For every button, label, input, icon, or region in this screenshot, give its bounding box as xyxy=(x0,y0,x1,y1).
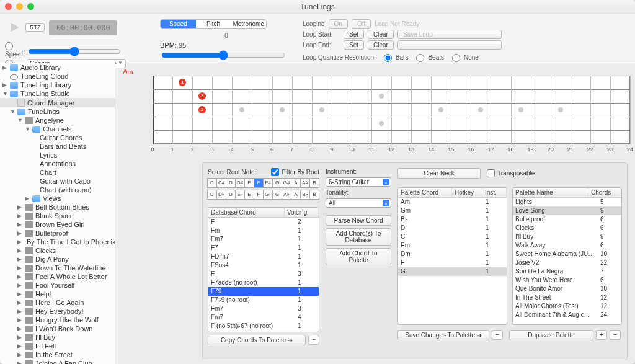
database-chord-table[interactable]: Database ChordVoicing F2Fm1Fm71F71FDim71… xyxy=(208,207,319,332)
loop-start-set[interactable]: Set xyxy=(344,30,364,39)
pn-add[interactable]: + xyxy=(596,330,607,340)
table-row[interactable]: F (no 5th)♭67 (no root)1 xyxy=(208,322,319,331)
sidebar-item[interactable]: ▶Views xyxy=(0,194,115,203)
speed-radio[interactable]: Speed xyxy=(5,42,23,59)
table-row[interactable]: Que Bonito Amor10 xyxy=(513,285,621,293)
sidebar-item[interactable]: Chart (with capo) xyxy=(0,185,115,194)
root-note-cell[interactable]: F# xyxy=(263,178,273,188)
root-note-cell[interactable]: C xyxy=(207,190,217,200)
table-row[interactable]: F71 xyxy=(208,244,319,252)
root-note-grid-sharp[interactable]: CC#DD#EFF#GG#AA#B xyxy=(208,179,319,188)
mode-segmented[interactable]: Speed Pitch Metronome xyxy=(160,19,267,29)
table-row[interactable]: F7♭9 (no root)1 xyxy=(208,296,319,304)
root-note-cell[interactable]: F xyxy=(254,178,264,188)
table-row[interactable]: All Dominant 7th & Aug c…24 xyxy=(513,311,621,319)
res-beats[interactable]: Beats xyxy=(413,52,444,62)
speed-slider[interactable] xyxy=(28,47,121,56)
pn-remove[interactable]: − xyxy=(610,330,621,340)
filter-by-root-check[interactable]: Filter By Root xyxy=(271,168,319,176)
table-row[interactable]: F7add9 (no root)1 xyxy=(208,278,319,287)
close-icon[interactable] xyxy=(5,3,12,10)
db-remove[interactable]: − xyxy=(308,335,319,345)
instrument-select[interactable]: 6-String Guitar⌄ xyxy=(326,177,391,187)
root-note-grid-flat[interactable]: CD♭DE♭EFG♭GA♭AB♭B xyxy=(208,190,319,200)
table-row[interactable]: Em1 xyxy=(398,241,507,250)
pal-remove[interactable]: − xyxy=(492,330,503,340)
copy-chords-button[interactable]: Copy Chords To Palette ➜ xyxy=(208,335,306,345)
table-row[interactable]: I'll Buy9 xyxy=(513,233,621,241)
sidebar-item[interactable]: ▶Dig A Pony xyxy=(0,255,115,264)
sidebar-item[interactable]: ▶Feel A Whole Lot Better xyxy=(0,272,115,281)
root-note-cell[interactable]: A♭ xyxy=(282,190,291,200)
loop-end-clear[interactable]: Clear xyxy=(368,40,394,50)
table-row[interactable]: G1 xyxy=(398,267,507,276)
sidebar-item[interactable]: ▶Help! xyxy=(0,290,115,298)
root-note-cell[interactable]: B♭ xyxy=(300,190,310,200)
loop-start-clear[interactable]: Clear xyxy=(368,30,394,39)
palette-name-table[interactable]: Palette NameChords Lights5Love Song9Bull… xyxy=(512,187,622,325)
sidebar-item[interactable]: ▶Here I Go Again xyxy=(0,298,115,307)
sidebar-item[interactable]: ▶Bulletproof xyxy=(0,229,115,237)
table-row[interactable]: Fm73 xyxy=(208,304,319,313)
table-row[interactable]: Son De La Negra7 xyxy=(513,267,621,276)
table-row[interactable]: Fm74 xyxy=(208,313,319,322)
table-row[interactable]: Gm1 xyxy=(398,206,507,215)
root-note-cell[interactable]: C xyxy=(207,178,217,188)
sidebar-item[interactable]: ▶Down To The Waterline xyxy=(0,264,115,272)
clear-neck-button[interactable]: Clear Neck xyxy=(397,168,481,179)
table-row[interactable]: FM7 (no root)1 xyxy=(208,331,319,332)
fret-finger[interactable]: 3 xyxy=(198,92,206,100)
sidebar-item[interactable]: ▶Fool Yourself xyxy=(0,281,115,290)
root-note-cell[interactable]: B xyxy=(309,178,319,188)
table-row[interactable]: Sweet Home Alabama (JU…10 xyxy=(513,250,621,259)
root-note-cell[interactable]: D xyxy=(226,190,236,200)
play-button[interactable] xyxy=(7,20,21,34)
table-row[interactable]: FSus41 xyxy=(208,261,319,270)
root-note-cell[interactable]: B xyxy=(309,190,319,200)
sidebar-item[interactable]: ▶Joining A Fan Club xyxy=(0,359,115,364)
sidebar-item[interactable]: Bars and Beats xyxy=(0,142,115,151)
sidebar-item[interactable]: ▶In the Street xyxy=(0,350,115,359)
table-row[interactable]: Am1 xyxy=(398,198,507,206)
sidebar-item[interactable]: ▶I Won't Back Down xyxy=(0,324,115,333)
table-row[interactable]: Josie V222 xyxy=(513,259,621,267)
loop-range[interactable] xyxy=(397,40,502,50)
table-row[interactable]: Bulletproof6 xyxy=(513,215,621,224)
loop-end-set[interactable]: Set xyxy=(344,40,364,50)
save-loop-button[interactable]: Save Loop xyxy=(397,30,502,39)
sidebar-item[interactable]: ▶Bell Bottom Blues xyxy=(0,203,115,211)
sidebar-item[interactable]: TuneLing Cloud xyxy=(0,72,115,81)
sidebar-item[interactable]: ▶Clocks xyxy=(0,246,115,255)
sidebar-item[interactable]: ▶I'll Buy xyxy=(0,333,115,342)
root-note-cell[interactable]: E xyxy=(244,190,254,200)
parse-chord-button[interactable]: Parse New Chord xyxy=(326,215,391,226)
seg-pitch[interactable]: Pitch xyxy=(196,20,231,28)
sidebar-item[interactable]: ▶By The Time I Get to Phoenix xyxy=(0,237,115,246)
sidebar-item[interactable]: ▼TuneLing Studio xyxy=(0,89,115,98)
table-row[interactable]: F791 xyxy=(208,287,319,296)
sidebar-item[interactable]: ▶Brown Eyed Girl xyxy=(0,220,115,229)
root-note-cell[interactable]: A# xyxy=(300,178,310,188)
root-note-cell[interactable]: E xyxy=(244,178,254,188)
sidebar-item[interactable]: ▼TuneLings xyxy=(0,107,115,116)
add-to-palette-button[interactable]: Add Chord To Palette xyxy=(326,248,391,265)
table-row[interactable]: In The Street12 xyxy=(513,293,621,302)
fret-finger[interactable]: 2 xyxy=(198,106,206,113)
root-note-cell[interactable]: D♭ xyxy=(216,190,226,200)
palette-chord-table[interactable]: Palette ChordHotkeyInst. Am1Gm1B♭1D1C1Em… xyxy=(397,187,507,325)
fret-finger[interactable]: 1 xyxy=(179,79,186,86)
root-note-cell[interactable]: D# xyxy=(235,178,245,188)
sidebar-item[interactable]: ▶Hey Everybody! xyxy=(0,307,115,316)
root-note-cell[interactable]: G# xyxy=(282,178,291,188)
root-note-cell[interactable]: D xyxy=(226,178,236,188)
table-row[interactable]: F1 xyxy=(398,259,507,267)
table-row[interactable]: Fm71 xyxy=(208,235,319,244)
sidebar-item[interactable]: ▶Hungry Like the Wolf xyxy=(0,316,115,324)
root-note-cell[interactable]: E♭ xyxy=(235,190,245,200)
root-note-cell[interactable]: A xyxy=(291,178,301,188)
fretboard[interactable]: 0123456789101112131415161718192021222324… xyxy=(153,76,630,144)
root-note-cell[interactable]: G xyxy=(272,178,282,188)
sidebar-item[interactable]: ▶Audio Library xyxy=(0,63,115,72)
table-row[interactable]: F3 xyxy=(208,270,319,278)
table-row[interactable]: C1 xyxy=(398,233,507,241)
